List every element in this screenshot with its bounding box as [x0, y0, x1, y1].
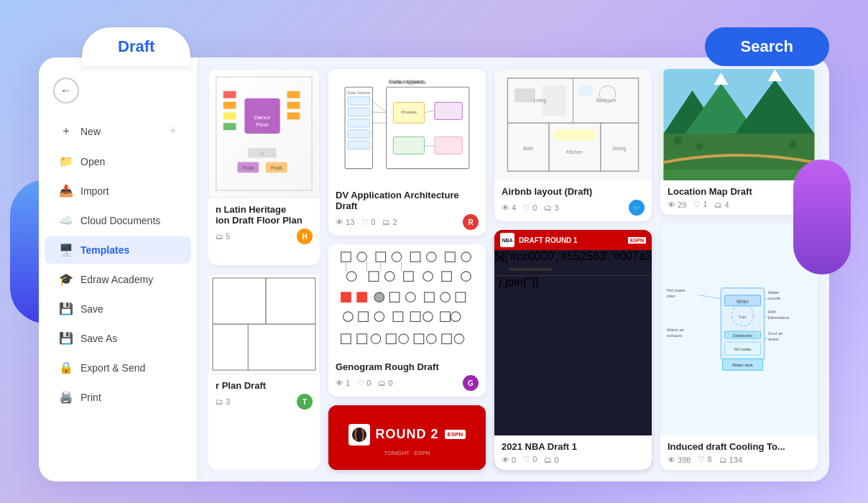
svg-text:Water tank: Water tank	[732, 363, 754, 367]
svg-rect-31	[348, 130, 370, 139]
nba2-round: ROUND 2	[376, 427, 439, 442]
svg-rect-74	[440, 312, 451, 322]
svg-text:Food: Food	[242, 165, 254, 170]
main-container: ← ＋ New + 📁 Open 📥 Import ☁️ Cloud Docum…	[39, 57, 829, 481]
sidebar-item-export[interactable]: 🔒 Export & Send	[45, 354, 191, 382]
sidebar-item-label: Import	[80, 185, 109, 197]
card-dv-arch[interactable]: Data Validator Data Source Process	[328, 69, 486, 236]
sidebar-item-label: Export & Send	[80, 362, 145, 374]
dv-comments: 🗂 2	[382, 218, 397, 226]
sidebar-item-label: Templates	[80, 244, 129, 256]
card-nba1[interactable]: NBA DRAFT ROUND 1 ESPN ${['#cc0000','#55…	[494, 230, 652, 470]
back-button[interactable]: ←	[53, 78, 79, 103]
sidebar-item-import[interactable]: 📥 Import	[45, 177, 191, 205]
svg-rect-32	[348, 141, 370, 149]
cooling-title: Induced draft Cooling To...	[668, 441, 811, 452]
svg-line-139	[699, 295, 721, 299]
svg-rect-72	[410, 312, 420, 322]
svg-text:inlet: inlet	[667, 294, 675, 298]
draft-label: Draft	[118, 37, 154, 55]
sidebar-item-open[interactable]: 📁 Open	[45, 147, 191, 175]
svg-point-46	[357, 252, 367, 262]
nba2-logo	[348, 424, 370, 446]
decorative-blob-right	[793, 160, 851, 274]
genogram-comments: 🗂 0	[378, 379, 392, 387]
svg-point-82	[427, 334, 437, 344]
svg-text:Warm air: Warm air	[667, 328, 684, 332]
genogram-diagram	[333, 249, 481, 351]
dv-avatar: R	[463, 214, 479, 230]
svg-rect-49	[410, 252, 420, 262]
svg-rect-45	[341, 252, 351, 262]
academy-icon: 🎓	[59, 272, 73, 286]
heritage-avatar: H	[297, 229, 313, 244]
svg-rect-10	[287, 112, 300, 119]
sidebar-item-label: Edraw Academy	[80, 274, 153, 285]
svg-rect-47	[376, 252, 386, 262]
svg-point-84	[454, 334, 464, 344]
card-nba2[interactable]: ROUND 2 ESPN TONIGHT · ESPN	[328, 405, 486, 470]
svg-rect-5	[223, 102, 236, 109]
svg-rect-69	[359, 312, 369, 322]
airbnb-likes: ♡ 0	[523, 203, 537, 213]
svg-point-75	[451, 312, 461, 322]
sidebar-item-cloud[interactable]: ☁️ Cloud Documents	[45, 206, 191, 234]
sidebar-item-print[interactable]: 🖨️ Print	[45, 383, 191, 411]
svg-point-68	[343, 312, 354, 322]
svg-text:Distribution: Distribution	[733, 333, 753, 338]
svg-rect-36	[435, 102, 462, 119]
card-heritage[interactable]: Dance Floor Food	[208, 69, 320, 265]
heritage-comments: 🗂 5	[216, 232, 230, 241]
svg-rect-71	[393, 312, 403, 322]
card-cooling[interactable]: Motor Fan Distribution Fill media	[660, 223, 818, 470]
svg-rect-58	[442, 272, 452, 282]
nba2-sub: TONIGHT · ESPN	[384, 450, 430, 456]
genogram-likes: ♡ 0	[357, 379, 371, 388]
cloud-icon: ☁️	[59, 213, 73, 227]
svg-rect-100	[554, 130, 596, 140]
svg-rect-30	[348, 119, 370, 127]
svg-point-48	[392, 252, 402, 262]
nba1-comments: 🗂 0	[544, 456, 558, 464]
heritage-card-info: n Latin Heritageion Draft Floor Plan 🗂 5…	[208, 198, 320, 250]
cooling-meta: 👁 398 ♡ 8 🗂 134	[668, 455, 811, 464]
nba1-meta: 👁 0 ♡ 0 🗂 0	[502, 455, 645, 464]
svg-rect-7	[223, 123, 236, 130]
sidebar-item-templates[interactable]: 🖥️ Templates	[45, 236, 191, 264]
nba2-network: ESPN	[445, 430, 466, 439]
svg-text:nozzle: nozzle	[768, 296, 781, 300]
svg-rect-116	[664, 170, 815, 180]
sidebar-item-new[interactable]: ＋ New +	[45, 116, 191, 146]
svg-point-52	[461, 252, 471, 262]
svg-rect-98	[578, 85, 592, 95]
card-airbnb[interactable]: Living Bedroom Bath Kitchen Dining Airbn…	[494, 69, 652, 221]
svg-text:outlet: outlet	[768, 337, 779, 341]
airbnb-title: Airbnb layout (Draft)	[502, 186, 645, 197]
svg-text:Fill media: Fill media	[734, 347, 752, 351]
svg-line-40	[373, 101, 387, 112]
add-icon: +	[169, 124, 177, 139]
card-floor[interactable]: r Plan Draft 🗂 3 T	[208, 274, 320, 470]
svg-rect-33	[387, 87, 469, 168]
print-icon: 🖨️	[59, 390, 73, 404]
genogram-views: 👁 1	[336, 379, 350, 387]
cards-col-0: Dance Floor Food	[208, 69, 320, 470]
svg-point-70	[374, 312, 384, 322]
svg-rect-79	[387, 334, 397, 344]
sidebar-item-saveas[interactable]: 💾 Save As	[45, 324, 191, 352]
card-genogram[interactable]: Genogram Rough Draft 👁 1 ♡ 0 🗂 0 G	[328, 244, 486, 397]
import-icon: 📥	[59, 184, 73, 198]
sidebar-item-academy[interactable]: 🎓 Edraw Academy	[45, 265, 191, 293]
svg-text:Dance: Dance	[254, 114, 271, 121]
dv-arch-title: DV Application Architecture Draft	[336, 190, 479, 211]
cards-col-2: Living Bedroom Bath Kitchen Dining Airbn…	[494, 69, 652, 470]
open-icon: 📁	[59, 154, 73, 168]
airbnb-meta: 👁 4 ♡ 0 🗂 3 🐦	[502, 200, 645, 216]
sidebar-item-label: Save As	[80, 333, 117, 344]
search-button[interactable]: Search	[705, 27, 829, 66]
dv-views: 👁 13	[336, 218, 354, 226]
location-views: 👁 29	[668, 200, 686, 209]
draft-tab[interactable]: Draft	[82, 27, 190, 66]
nba1-logo: NBA	[500, 233, 514, 247]
sidebar-item-save[interactable]: 💾 Save	[45, 295, 191, 323]
